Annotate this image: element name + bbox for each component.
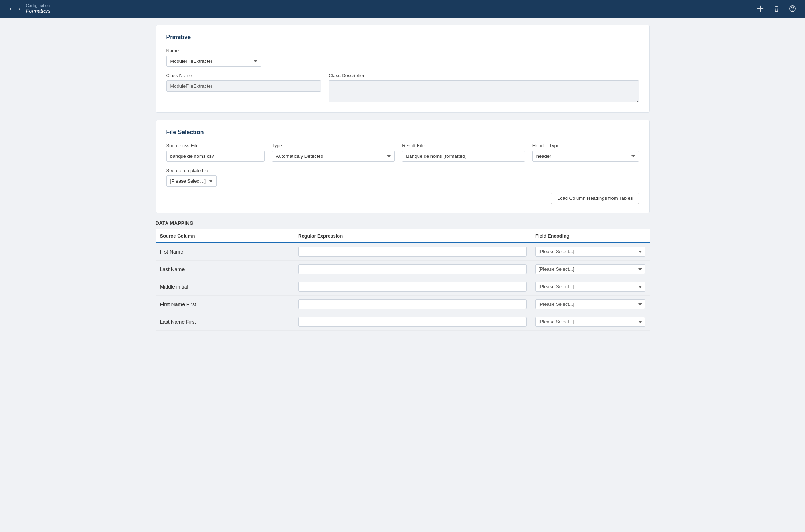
class-name-input — [166, 80, 322, 92]
table-cell-regex — [294, 261, 531, 278]
result-file-group: Result File — [402, 143, 525, 162]
load-headings-row: Load Column Headings from Tables — [166, 193, 639, 204]
primitive-title: Primitive — [166, 34, 639, 41]
primitive-class-row: Class Name Class Description — [166, 73, 639, 103]
table-header-row: Source Column Regular Expression Field E… — [156, 229, 650, 243]
type-group: Type Automaticaly Detected — [272, 143, 395, 162]
source-csv-label: Source csv File — [166, 143, 265, 148]
encoding-select[interactable]: [Please Select...] — [535, 299, 645, 309]
load-headings-button[interactable]: Load Column Headings from Tables — [551, 193, 639, 204]
name-label: Name — [166, 48, 261, 53]
main-content: Primitive Name ModuleFileExtracter Class… — [147, 18, 658, 338]
nav-forward-button[interactable]: › — [16, 4, 23, 14]
top-bar-left: ‹ › Configuration Formatters — [7, 3, 50, 14]
table-row: First Name First[Please Select...] — [156, 296, 650, 313]
name-group: Name ModuleFileExtracter — [166, 48, 261, 67]
table-cell-source: first Name — [156, 243, 294, 261]
breadcrumb-current: Formatters — [26, 8, 51, 14]
result-file-label: Result File — [402, 143, 525, 148]
col-header-source: Source Column — [156, 229, 294, 243]
class-name-group: Class Name — [166, 73, 322, 103]
file-selection-card: File Selection Source csv File Type Auto… — [156, 120, 650, 213]
trash-icon — [773, 5, 780, 12]
table-cell-regex — [294, 243, 531, 261]
table-row: Last Name[Please Select...] — [156, 261, 650, 278]
file-selection-row2: Source template file [Please Select...] — [166, 168, 639, 187]
regex-input[interactable] — [298, 317, 527, 327]
data-mapping-table: Source Column Regular Expression Field E… — [156, 229, 650, 331]
encoding-select[interactable]: [Please Select...] — [535, 247, 645, 256]
table-cell-encoding: [Please Select...] — [531, 261, 650, 278]
help-icon — [789, 5, 796, 12]
table-cell-encoding: [Please Select...] — [531, 313, 650, 331]
table-cell-encoding: [Please Select...] — [531, 243, 650, 261]
class-description-textarea — [329, 80, 639, 102]
top-bar: ‹ › Configuration Formatters — [0, 0, 805, 18]
top-bar-right — [755, 4, 798, 14]
table-cell-regex — [294, 313, 531, 331]
table-cell-source: Middle initial — [156, 278, 294, 296]
breadcrumb: Configuration Formatters — [26, 3, 51, 14]
table-row: Last Name First[Please Select...] — [156, 313, 650, 331]
table-cell-source: First Name First — [156, 296, 294, 313]
help-button[interactable] — [787, 4, 798, 14]
plus-icon — [757, 5, 764, 12]
table-cell-source: Last Name First — [156, 313, 294, 331]
data-mapping-section: DATA MAPPING Source Column Regular Expre… — [156, 220, 650, 331]
table-cell-encoding: [Please Select...] — [531, 296, 650, 313]
type-label: Type — [272, 143, 395, 148]
delete-button[interactable] — [771, 4, 782, 14]
table-cell-regex — [294, 296, 531, 313]
header-type-group: Header Type header — [532, 143, 639, 162]
type-select[interactable]: Automaticaly Detected — [272, 151, 395, 162]
breadcrumb-parent: Configuration — [26, 3, 51, 8]
file-selection-title: File Selection — [166, 129, 639, 136]
result-file-input[interactable] — [402, 151, 525, 162]
add-button[interactable] — [755, 4, 766, 14]
header-type-label: Header Type — [532, 143, 639, 148]
data-mapping-title: DATA MAPPING — [156, 220, 650, 226]
table-row: Middle initial[Please Select...] — [156, 278, 650, 296]
class-description-label: Class Description — [329, 73, 639, 78]
table-row: first Name[Please Select...] — [156, 243, 650, 261]
regex-input[interactable] — [298, 299, 527, 309]
regex-input[interactable] — [298, 247, 527, 256]
source-template-select[interactable]: [Please Select...] — [166, 175, 217, 187]
col-header-regex: Regular Expression — [294, 229, 531, 243]
class-name-label: Class Name — [166, 73, 322, 78]
nav-back-button[interactable]: ‹ — [7, 4, 14, 14]
class-description-group: Class Description — [329, 73, 639, 103]
table-cell-encoding: [Please Select...] — [531, 278, 650, 296]
encoding-select[interactable]: [Please Select...] — [535, 264, 645, 274]
encoding-select[interactable]: [Please Select...] — [535, 282, 645, 292]
source-template-label: Source template file — [166, 168, 217, 173]
table-cell-regex — [294, 278, 531, 296]
header-type-select[interactable]: header — [532, 151, 639, 162]
source-csv-group: Source csv File — [166, 143, 265, 162]
col-header-encoding: Field Encoding — [531, 229, 650, 243]
regex-input[interactable] — [298, 264, 527, 274]
source-template-group: Source template file [Please Select...] — [166, 168, 217, 187]
encoding-select[interactable]: [Please Select...] — [535, 317, 645, 327]
regex-input[interactable] — [298, 282, 527, 292]
name-select[interactable]: ModuleFileExtracter — [166, 56, 261, 67]
file-selection-row1: Source csv File Type Automaticaly Detect… — [166, 143, 639, 162]
primitive-card: Primitive Name ModuleFileExtracter Class… — [156, 25, 650, 113]
table-cell-source: Last Name — [156, 261, 294, 278]
source-csv-input[interactable] — [166, 151, 265, 162]
